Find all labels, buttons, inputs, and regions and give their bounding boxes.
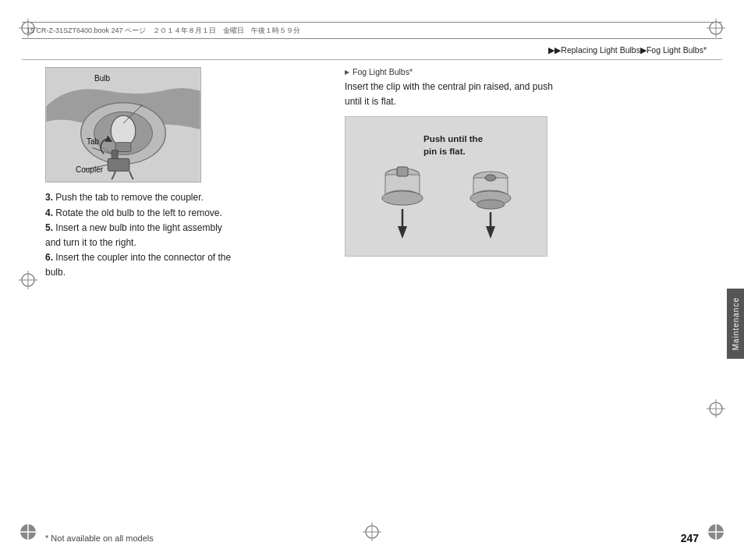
header-divider	[22, 59, 722, 60]
breadcrumb-prefix: ▶▶	[548, 45, 561, 55]
corner-mark-bl	[17, 521, 39, 543]
breadcrumb-sep1: ▶	[640, 45, 647, 55]
step-4: 4. Rotate the old bulb to the left to re…	[45, 206, 232, 221]
file-info: 15 CR-Z-31SZT6400.book 247 ページ ２０１４年８月１日…	[27, 26, 300, 36]
footer: * Not available on all models 247	[45, 532, 699, 544]
side-mark-r	[705, 398, 727, 420]
clip-after-svg	[459, 161, 522, 246]
breadcrumb-part1: Replacing Light Bulbs	[561, 45, 640, 55]
step-6: 6. Insert the coupler into the connector…	[45, 250, 232, 279]
page-number: 247	[681, 532, 699, 544]
side-mark-l	[17, 269, 39, 291]
step-3-text: Push the tab to remove the coupler.	[55, 192, 203, 203]
clip-diagram-box: Push until the pin is flat.	[345, 116, 547, 257]
step-6-text: Insert the coupler into the connector of…	[45, 252, 231, 278]
svg-marker-38	[398, 226, 407, 239]
bulb-diagram-box: Bulb Tab Coupler	[45, 67, 201, 183]
tab-label: Tab	[87, 137, 99, 146]
coupler-label: Coupler	[76, 165, 103, 174]
step-5-text: Insert a new bulb into the light assembl…	[45, 222, 222, 248]
corner-mark-br	[705, 521, 727, 543]
svg-point-44	[477, 200, 505, 209]
svg-marker-46	[486, 226, 495, 239]
step-6-num: 6.	[45, 252, 53, 263]
sidebar-tab-label: Maintenance	[732, 297, 740, 350]
breadcrumb: ▶▶Replacing Light Bulbs▶Fog Light Bulbs*	[548, 45, 707, 55]
step-3-num: 3.	[45, 192, 53, 203]
svg-point-36	[382, 191, 423, 205]
left-panel: Bulb Tab Coupler 3. Push the tab to remo…	[45, 67, 326, 516]
step-5: 5. Insert a new bulb into the light asse…	[45, 221, 232, 250]
svg-point-42	[485, 175, 496, 181]
step-4-text: Rotate the old bulb to the left to remov…	[55, 207, 221, 218]
right-panel: Fog Light Bulbs* Insert the clip with th…	[345, 67, 699, 516]
top-bar: 15 CR-Z-31SZT6400.book 247 ページ ２０１４年８月１日…	[22, 22, 722, 39]
clip-illustrations	[358, 148, 534, 246]
fog-label-text: Fog Light Bulbs*	[353, 67, 413, 76]
fog-section-description: Insert the clip with the central pin rai…	[345, 80, 563, 108]
diagram-labels: Bulb Tab Coupler	[46, 68, 200, 182]
steps-list: 3. Push the tab to remove the coupler. 4…	[45, 190, 232, 281]
bulb-label: Bulb	[94, 74, 110, 83]
main-content: Bulb Tab Coupler 3. Push the tab to remo…	[45, 67, 699, 516]
sidebar-tab: Maintenance	[727, 289, 744, 359]
fog-section-label: Fog Light Bulbs*	[345, 67, 699, 76]
push-label-line1: Push until the	[423, 134, 483, 144]
clip-before-svg	[371, 161, 434, 246]
breadcrumb-part2: Fog Light Bulbs*	[647, 45, 707, 55]
step-4-num: 4.	[45, 207, 53, 218]
step-5-num: 5.	[45, 222, 53, 233]
footnote: * Not available on all models	[45, 533, 154, 543]
svg-rect-35	[397, 167, 408, 176]
step-3: 3. Push the tab to remove the coupler.	[45, 190, 232, 205]
